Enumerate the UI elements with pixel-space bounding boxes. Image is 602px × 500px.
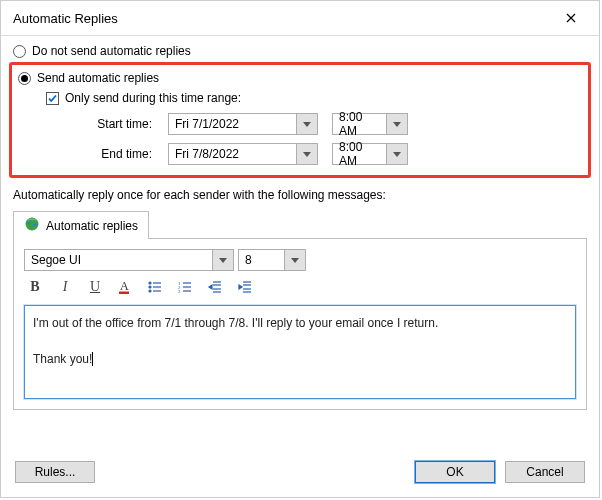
dialog-footer: Rules... OK Cancel	[1, 451, 599, 497]
option-only-during-range[interactable]: Only send during this time range:	[46, 91, 582, 105]
cancel-button[interactable]: Cancel	[505, 461, 585, 483]
message-line-2: Thank you!	[33, 352, 92, 366]
text-caret	[92, 352, 93, 366]
italic-button[interactable]: I	[54, 277, 76, 297]
format-toolbar: B I U A	[24, 277, 576, 297]
end-time-dropdown[interactable]: 8:00 AM	[332, 143, 408, 165]
chevron-down-icon	[285, 250, 305, 270]
chevron-down-icon	[387, 114, 407, 134]
svg-point-3	[149, 282, 151, 284]
underline-button[interactable]: U	[84, 277, 106, 297]
tab-automatic-replies[interactable]: Automatic replies	[13, 211, 149, 239]
start-time-dropdown[interactable]: 8:00 AM	[332, 113, 408, 135]
svg-text:3: 3	[178, 289, 181, 294]
tab-panel: Segoe UI 8 B I U A	[13, 238, 587, 410]
automatic-replies-dialog: Automatic Replies Do not send automatic …	[0, 0, 600, 498]
font-color-button[interactable]: A	[114, 277, 136, 297]
globe-icon	[24, 216, 40, 235]
decrease-indent-button[interactable]	[204, 277, 226, 297]
option-label: Do not send automatic replies	[32, 44, 191, 58]
checkbox-icon	[46, 92, 59, 105]
ok-button[interactable]: OK	[415, 461, 495, 483]
message-editor[interactable]: I'm out of the office from 7/1 through 7…	[24, 305, 576, 399]
titlebar: Automatic Replies	[1, 1, 599, 35]
tab-label: Automatic replies	[46, 219, 138, 233]
start-time-label: Start time:	[70, 117, 154, 131]
numbered-list-button[interactable]: 1 2 3	[174, 277, 196, 297]
svg-rect-2	[119, 292, 129, 295]
message-line-1: I'm out of the office from 7/1 through 7…	[33, 316, 438, 330]
option-do-not-send[interactable]: Do not send automatic replies	[13, 42, 587, 60]
font-size-value: 8	[239, 250, 285, 270]
option-label: Send automatic replies	[37, 71, 159, 85]
font-size-dropdown[interactable]: 8	[238, 249, 306, 271]
option-send-auto[interactable]: Send automatic replies	[18, 69, 582, 87]
chevron-down-icon	[213, 250, 233, 270]
chevron-down-icon	[387, 144, 407, 164]
reply-section-label: Automatically reply once for each sender…	[13, 188, 587, 202]
highlighted-send-section: Send automatic replies Only send during …	[9, 62, 591, 178]
chevron-down-icon	[297, 114, 317, 134]
bold-button[interactable]: B	[24, 277, 46, 297]
font-family-value: Segoe UI	[25, 250, 213, 270]
svg-point-7	[149, 290, 151, 292]
end-time-value: 8:00 AM	[333, 144, 387, 164]
bullet-list-button[interactable]	[144, 277, 166, 297]
radio-icon	[18, 72, 31, 85]
font-family-dropdown[interactable]: Segoe UI	[24, 249, 234, 271]
svg-point-5	[149, 286, 151, 288]
close-button[interactable]	[551, 7, 591, 29]
checkbox-label: Only send during this time range:	[65, 91, 241, 105]
svg-text:A: A	[120, 279, 129, 293]
increase-indent-button[interactable]	[234, 277, 256, 297]
end-time-label: End time:	[70, 147, 154, 161]
close-icon	[566, 13, 576, 23]
start-date-dropdown[interactable]: Fri 7/1/2022	[168, 113, 318, 135]
radio-icon	[13, 45, 26, 58]
end-date-dropdown[interactable]: Fri 7/8/2022	[168, 143, 318, 165]
dialog-title: Automatic Replies	[13, 11, 551, 26]
end-date-value: Fri 7/8/2022	[169, 144, 297, 164]
chevron-down-icon	[297, 144, 317, 164]
rules-button[interactable]: Rules...	[15, 461, 95, 483]
start-time-value: 8:00 AM	[333, 114, 387, 134]
start-date-value: Fri 7/1/2022	[169, 114, 297, 134]
